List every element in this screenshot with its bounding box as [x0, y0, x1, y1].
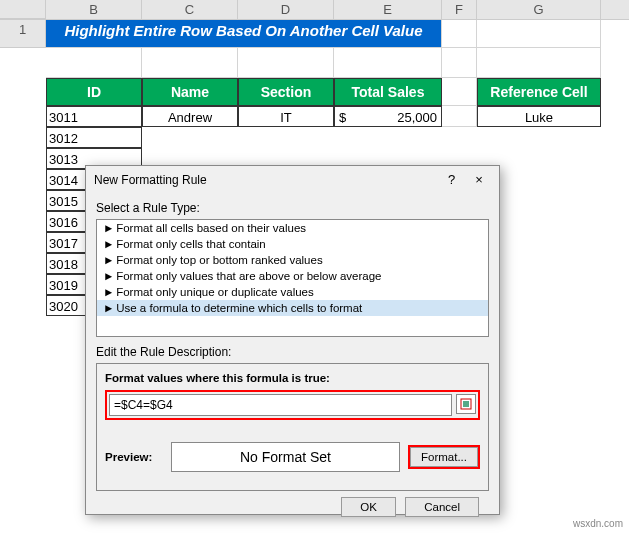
help-button[interactable]: ?: [440, 172, 464, 187]
arrow-icon: ►: [103, 222, 113, 234]
reference-value[interactable]: Luke: [477, 106, 601, 127]
cell-F1[interactable]: [442, 20, 477, 48]
cell-name-0[interactable]: Andrew: [142, 106, 238, 127]
header-section[interactable]: Section: [238, 78, 334, 106]
rule-option-3[interactable]: ► Format only values that are above or b…: [97, 268, 488, 284]
dialog-titlebar: New Formatting Rule ? ×: [86, 166, 499, 193]
rule-option-5[interactable]: ► Use a formula to determine which cells…: [97, 300, 488, 316]
formula-label: Format values where this formula is true…: [105, 372, 480, 384]
header-reference[interactable]: Reference Cell: [477, 78, 601, 106]
col-header-F[interactable]: F: [442, 0, 477, 19]
header-total[interactable]: Total Sales: [334, 78, 442, 106]
cell-total-0[interactable]: $25,000: [334, 106, 442, 127]
rule-option-4[interactable]: ► Format only unique or duplicate values: [97, 284, 488, 300]
col-header-G[interactable]: G: [477, 0, 601, 19]
ok-button[interactable]: OK: [341, 497, 396, 517]
dialog-title: New Formatting Rule: [94, 173, 207, 187]
col-header-C[interactable]: C: [142, 0, 238, 19]
range-selector-icon[interactable]: [456, 394, 476, 414]
arrow-icon: ►: [103, 302, 113, 314]
arrow-icon: ►: [103, 270, 113, 282]
cell-G1[interactable]: [477, 20, 601, 48]
svg-rect-1: [463, 401, 469, 407]
formula-input[interactable]: =$C4=$G4: [109, 394, 452, 416]
cell-F2[interactable]: [442, 48, 477, 78]
col-header-B[interactable]: B: [46, 0, 142, 19]
format-highlight: Format...: [408, 445, 480, 469]
cancel-button[interactable]: Cancel: [405, 497, 479, 517]
col-header-E[interactable]: E: [334, 0, 442, 19]
header-name[interactable]: Name: [142, 78, 238, 106]
new-formatting-rule-dialog: New Formatting Rule ? × Select a Rule Ty…: [85, 165, 500, 515]
arrow-icon: ►: [103, 238, 113, 250]
select-rule-label: Select a Rule Type:: [96, 201, 489, 215]
rule-description-box: Format values where this formula is true…: [96, 363, 489, 491]
cell-id-1[interactable]: 3012: [46, 127, 142, 148]
cell-section-0[interactable]: IT: [238, 106, 334, 127]
preview-label: Preview:: [105, 451, 163, 463]
rule-option-1[interactable]: ► Format only cells that contain: [97, 236, 488, 252]
column-headers: B C D E F G: [0, 0, 629, 20]
edit-rule-label: Edit the Rule Description:: [96, 345, 489, 359]
rule-option-2[interactable]: ► Format only top or bottom ranked value…: [97, 252, 488, 268]
preview-box: No Format Set: [171, 442, 400, 472]
cell-id-0[interactable]: 3011: [46, 106, 142, 127]
page-title: Highlight Entire Row Based On Another Ce…: [46, 20, 442, 48]
arrow-icon: ►: [103, 254, 113, 266]
cell-F4[interactable]: [442, 106, 477, 127]
formula-highlight: =$C4=$G4: [105, 390, 480, 420]
cell-C2[interactable]: [142, 48, 238, 78]
col-header-D[interactable]: D: [238, 0, 334, 19]
rule-type-list[interactable]: ► Format all cells based on their values…: [96, 219, 489, 337]
cell-F3[interactable]: [442, 78, 477, 106]
title-row: Highlight Entire Row Based On Another Ce…: [46, 20, 442, 48]
header-id[interactable]: ID: [46, 78, 142, 106]
select-all-corner[interactable]: [0, 0, 46, 19]
rule-option-0[interactable]: ► Format all cells based on their values: [97, 220, 488, 236]
arrow-icon: ►: [103, 286, 113, 298]
row-header-1[interactable]: 1: [0, 20, 46, 48]
watermark: wsxdn.com: [573, 518, 623, 529]
cell-D2[interactable]: [238, 48, 334, 78]
cell-B2[interactable]: [46, 48, 142, 78]
cell-E2[interactable]: [334, 48, 442, 78]
format-button[interactable]: Format...: [410, 447, 478, 467]
cell-G2[interactable]: [477, 48, 601, 78]
close-icon[interactable]: ×: [467, 172, 491, 187]
